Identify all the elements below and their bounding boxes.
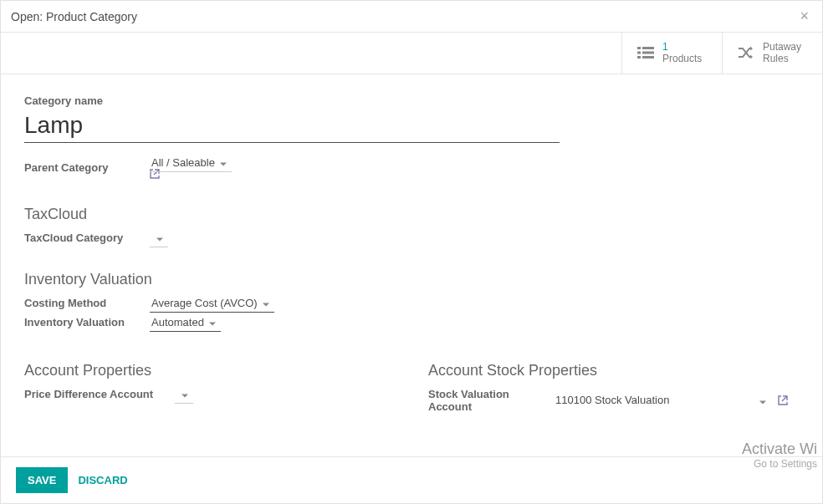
titlebar: Open: Product Category × — [1, 1, 822, 33]
chevron-down-icon — [759, 394, 766, 406]
svg-rect-1 — [642, 47, 654, 49]
costing-method-row: Costing Method Average Cost (AVCO) — [24, 297, 799, 309]
category-name-input[interactable] — [24, 109, 560, 143]
taxcloud-category-select[interactable] — [150, 229, 168, 247]
stat-putaway-text: Putaway Rules — [763, 41, 801, 65]
chevron-down-icon — [156, 232, 163, 244]
stat-buttons: 1 Products Putaway Rules — [1, 33, 822, 74]
account-stock-properties-heading: Account Stock Properties — [428, 362, 799, 379]
close-icon[interactable]: × — [796, 8, 812, 25]
inventory-valuation-select[interactable]: Automated — [150, 313, 221, 332]
svg-rect-5 — [642, 56, 654, 59]
chevron-down-icon — [209, 316, 216, 328]
list-icon — [637, 46, 654, 59]
svg-rect-3 — [642, 52, 654, 54]
chevron-down-icon — [181, 388, 188, 400]
price-diff-row: Price Difference Account — [24, 388, 395, 400]
stat-putaway-line2: Rules — [763, 53, 801, 64]
costing-method-select[interactable]: Average Cost (AVCO) — [150, 294, 274, 313]
svg-rect-2 — [637, 52, 641, 54]
account-properties-heading: Account Properties — [24, 362, 395, 379]
modal-footer: SAVE DISCARD — [1, 456, 822, 503]
discard-button[interactable]: DISCARD — [78, 474, 127, 486]
stat-products-count: 1 — [662, 41, 702, 53]
parent-category-row: Parent Category All / Saleable — [24, 156, 799, 179]
external-link-icon[interactable] — [778, 395, 788, 405]
parent-category-label: Parent Category — [24, 161, 150, 174]
chevron-down-icon — [220, 156, 227, 169]
stock-valuation-account-label: Stock Valuation Account — [428, 388, 554, 413]
inventory-valuation-row: Inventory Valuation Automated — [24, 316, 799, 328]
stat-products-text: 1 Products — [662, 41, 702, 65]
stock-valuation-account-row: Stock Valuation Account 110100 Stock Val… — [428, 388, 799, 413]
stat-products-button[interactable]: 1 Products — [621, 33, 722, 74]
svg-rect-4 — [637, 56, 641, 59]
account-stock-properties-col: Account Stock Properties Stock Valuation… — [428, 335, 799, 420]
modal-title: Open: Product Category — [11, 10, 137, 23]
svg-rect-0 — [637, 47, 641, 49]
taxcloud-heading: TaxCloud — [24, 206, 799, 223]
stat-products-label: Products — [662, 53, 702, 64]
price-diff-select[interactable] — [175, 385, 193, 404]
stat-putaway-button[interactable]: Putaway Rules — [722, 33, 822, 74]
stock-valuation-account-select[interactable]: 110100 Stock Valuation — [554, 391, 771, 409]
category-name-label: Category name — [24, 94, 799, 107]
account-properties-col: Account Properties Price Difference Acco… — [24, 335, 395, 420]
account-columns: Account Properties Price Difference Acco… — [24, 335, 799, 420]
chevron-down-icon — [263, 297, 269, 309]
inventory-valuation-label: Inventory Valuation — [24, 316, 150, 328]
costing-method-label: Costing Method — [24, 297, 150, 309]
shuffle-icon — [738, 46, 754, 59]
modal-product-category: Open: Product Category × 1 Products Puta… — [0, 0, 823, 504]
parent-category-select[interactable]: All / Saleable — [150, 154, 232, 172]
price-diff-label: Price Difference Account — [24, 388, 175, 400]
save-button[interactable]: SAVE — [16, 467, 68, 493]
stat-putaway-line1: Putaway — [763, 41, 801, 53]
taxcloud-category-label: TaxCloud Category — [24, 232, 150, 244]
form-content: Category name Parent Category All / Sale… — [1, 74, 822, 453]
inventory-valuation-heading: Inventory Valuation — [24, 271, 799, 288]
scroll-area[interactable]: 1 Products Putaway Rules Category name P… — [1, 33, 822, 456]
taxcloud-category-row: TaxCloud Category — [24, 232, 799, 244]
